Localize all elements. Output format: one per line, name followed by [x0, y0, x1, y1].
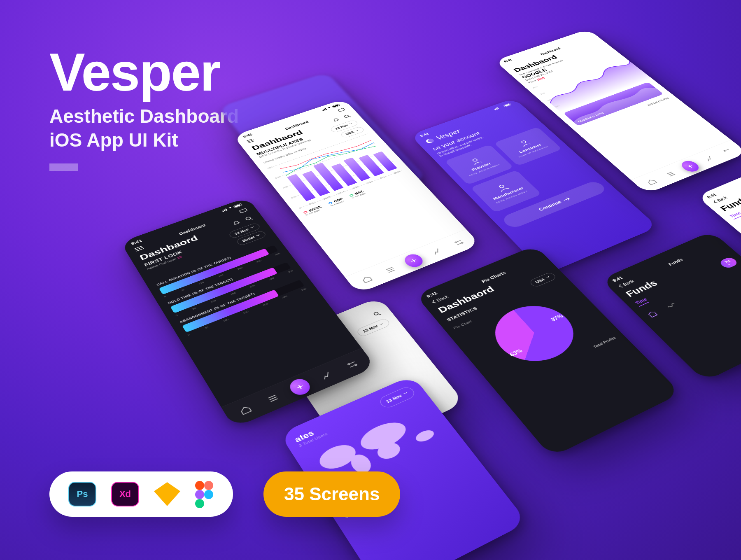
tab-bank-icon[interactable]: [646, 310, 659, 318]
moon-logo-icon: [424, 137, 436, 145]
figma-icon: [195, 481, 214, 507]
svg-rect-42: [504, 104, 510, 106]
svg-line-7: [136, 249, 144, 251]
svg-point-45: [472, 158, 478, 161]
svg-point-36: [461, 242, 463, 244]
svg-point-46: [499, 184, 504, 188]
svg-line-10: [251, 218, 253, 220]
accent-bar: [49, 163, 78, 171]
svg-rect-20: [322, 110, 324, 111]
search-icon[interactable]: [371, 310, 383, 318]
svg-point-18: [373, 312, 379, 315]
adobe-xd-icon: Xd: [111, 482, 139, 506]
svg-line-19: [378, 313, 381, 315]
svg-point-44: [521, 140, 527, 144]
svg-rect-38: [494, 109, 496, 110]
nav-home-icon[interactable]: [643, 177, 661, 187]
dark-pie-screen: 9:41 Back Pie Charts Dashbaord STATISTIC…: [415, 245, 681, 457]
svg-rect-4: [234, 204, 240, 208]
svg-line-53: [670, 174, 675, 176]
svg-rect-1: [224, 210, 226, 212]
svg-rect-0: [222, 210, 224, 212]
svg-line-55: [726, 149, 729, 150]
nav-settings-icon[interactable]: [719, 146, 736, 156]
svg-rect-2: [225, 208, 227, 211]
nav-analytics-icon[interactable]: [700, 154, 718, 163]
bell-icon[interactable]: [231, 219, 242, 227]
nav-settings-icon[interactable]: [449, 237, 468, 248]
nav-list-icon[interactable]: [380, 264, 400, 276]
svg-point-9: [245, 217, 251, 220]
svg-point-54: [723, 150, 725, 152]
svg-line-35: [457, 240, 461, 241]
fab-add-button[interactable]: +: [678, 159, 702, 173]
country-chip[interactable]: USA: [528, 272, 557, 288]
photoshop-icon: Ps: [68, 482, 96, 506]
nav-list-icon[interactable]: [262, 391, 284, 405]
search-icon[interactable]: [244, 215, 254, 222]
nav-home-icon[interactable]: [234, 403, 257, 418]
nav-analytics-icon[interactable]: [315, 369, 337, 383]
sketch-icon: [154, 482, 180, 506]
svg-rect-21: [324, 109, 326, 111]
search-icon[interactable]: [343, 114, 352, 119]
tab-time[interactable]: Time: [729, 211, 741, 219]
svg-text:400: 400: [532, 86, 538, 89]
svg-line-52: [669, 173, 673, 175]
svg-line-37: [457, 243, 461, 245]
svg-line-5: [135, 246, 142, 248]
nav-analytics-icon[interactable]: [426, 246, 446, 257]
screens-count-pill: 35 Screens: [263, 471, 400, 517]
svg-line-6: [135, 247, 143, 250]
svg-rect-28: [338, 108, 345, 112]
nav-home-icon[interactable]: [357, 273, 377, 285]
svg-rect-8: [239, 208, 247, 213]
svg-point-34: [454, 241, 457, 243]
nav-list-icon[interactable]: [662, 169, 680, 179]
tool-badges: Ps Xd: [49, 471, 233, 517]
tab-time[interactable]: Time: [634, 297, 650, 307]
tab-wave-icon[interactable]: [665, 301, 678, 310]
svg-line-51: [667, 172, 672, 174]
fab-add-button[interactable]: +: [401, 252, 426, 269]
svg-rect-24: [333, 105, 339, 107]
svg-point-29: [344, 115, 349, 118]
svg-point-62: [413, 428, 436, 444]
svg-text:300: 300: [539, 92, 546, 95]
svg-point-58: [315, 441, 361, 474]
